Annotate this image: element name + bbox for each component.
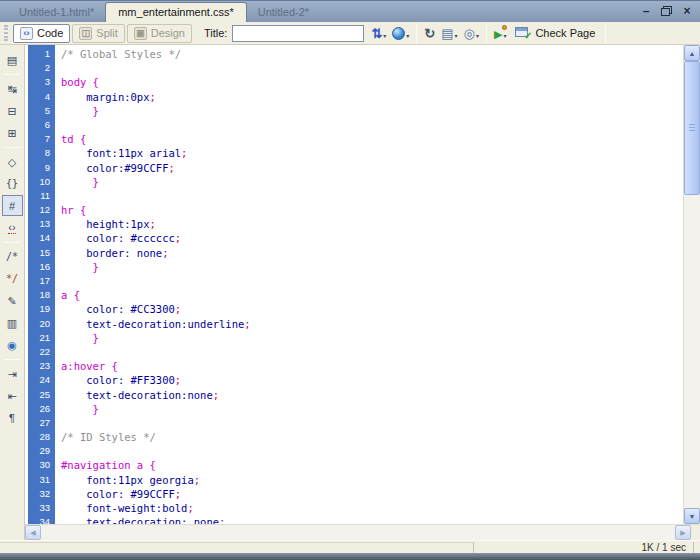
- line-number[interactable]: 9: [28, 161, 55, 175]
- split-view-button[interactable]: ◫ Split: [72, 24, 124, 43]
- line-text[interactable]: color: #CC3300;: [55, 302, 181, 316]
- restore-icon[interactable]: [661, 6, 672, 16]
- line-text[interactable]: #navigation a {: [55, 458, 156, 472]
- vertical-scroll-thumb[interactable]: [684, 61, 700, 195]
- collapse-selection-button[interactable]: ⊟: [2, 100, 23, 121]
- line-text[interactable]: td {: [55, 132, 86, 146]
- close-icon[interactable]: ×: [681, 4, 693, 18]
- line-text[interactable]: height:1px;: [55, 217, 156, 231]
- line-number[interactable]: 10: [28, 175, 55, 189]
- line-number[interactable]: 11: [28, 189, 55, 203]
- line-text[interactable]: color: #99CCFF;: [55, 487, 181, 501]
- design-view-button[interactable]: ▣ Design: [127, 24, 192, 43]
- outdent-code-button[interactable]: ⇤: [2, 385, 23, 406]
- line-number[interactable]: 18: [28, 288, 55, 302]
- line-number[interactable]: 16: [28, 260, 55, 274]
- line-number[interactable]: 15: [28, 246, 55, 260]
- vertical-scrollbar[interactable]: ▲ ▼: [683, 45, 700, 524]
- line-number[interactable]: 31: [28, 473, 55, 487]
- format-source-code-button[interactable]: ¶: [2, 407, 23, 428]
- line-number[interactable]: 24: [28, 373, 55, 387]
- line-text[interactable]: color: #cccccc;: [55, 231, 181, 245]
- title-input[interactable]: [232, 25, 364, 42]
- highlight-invalid-code-button[interactable]: ‹›: [2, 217, 23, 238]
- line-number[interactable]: 23: [28, 359, 55, 373]
- line-number[interactable]: 32: [28, 487, 55, 501]
- line-number[interactable]: 2: [28, 61, 55, 75]
- line-number[interactable]: 21: [28, 331, 55, 345]
- line-number[interactable]: 12: [28, 203, 55, 217]
- line-text[interactable]: a:hover {: [55, 359, 118, 373]
- line-text[interactable]: /* Global Styles */: [55, 47, 181, 61]
- visual-aids-button[interactable]: ◎ ▾: [461, 23, 482, 43]
- line-text[interactable]: font:11px arial;: [55, 146, 187, 160]
- expand-all-button[interactable]: ⊞: [2, 122, 23, 143]
- line-number[interactable]: 29: [28, 444, 55, 458]
- balance-braces-button[interactable]: {}: [2, 173, 23, 194]
- tab-mm-entertainment-css[interactable]: mm_entertainment.css*: [105, 2, 247, 22]
- line-number[interactable]: 7: [28, 132, 55, 146]
- line-text[interactable]: text-decoration:underline;: [55, 317, 251, 331]
- line-text[interactable]: }: [55, 402, 99, 416]
- line-number[interactable]: 6: [28, 118, 55, 132]
- line-number[interactable]: 22: [28, 345, 55, 359]
- horizontal-scroll-track[interactable]: [41, 525, 675, 540]
- line-text[interactable]: body {: [55, 75, 99, 89]
- move-convert-css-button[interactable]: ◉: [2, 334, 23, 355]
- tab-untitled-2[interactable]: Untitled-2*: [247, 3, 320, 22]
- scroll-up-icon[interactable]: ▲: [684, 45, 700, 61]
- line-numbers-button[interactable]: #: [2, 195, 23, 216]
- remove-comment-button[interactable]: */: [2, 268, 23, 289]
- line-text[interactable]: font:11px georgia;: [55, 473, 200, 487]
- line-text[interactable]: }: [55, 175, 99, 189]
- line-text[interactable]: }: [55, 104, 99, 118]
- view-options-button[interactable]: ▤ ▾: [438, 23, 460, 43]
- line-number[interactable]: 33: [28, 501, 55, 515]
- line-number[interactable]: 25: [28, 388, 55, 402]
- line-number[interactable]: 5: [28, 104, 55, 118]
- line-text[interactable]: }: [55, 260, 99, 274]
- vertical-scroll-track[interactable]: [684, 61, 700, 508]
- line-text[interactable]: [55, 118, 61, 132]
- line-number[interactable]: 27: [28, 416, 55, 430]
- wrap-tag-button[interactable]: ✎: [2, 290, 23, 311]
- line-text[interactable]: font-weight:bold;: [55, 501, 194, 515]
- line-text[interactable]: border: none;: [55, 246, 168, 260]
- validate-markup-button[interactable]: ▶ ▾: [491, 23, 509, 43]
- recent-snippets-button[interactable]: ▥: [2, 312, 23, 333]
- code-view-button[interactable]: ‹› Code: [13, 24, 70, 43]
- line-number[interactable]: 20: [28, 317, 55, 331]
- line-number[interactable]: 19: [28, 302, 55, 316]
- select-parent-tag-button[interactable]: ◇: [2, 151, 23, 172]
- line-number[interactable]: 34: [28, 515, 55, 524]
- check-page-button[interactable]: ✓ Check Page: [509, 23, 601, 43]
- open-documents-button[interactable]: ▤: [2, 49, 23, 70]
- line-text[interactable]: color: #FF3300;: [55, 373, 181, 387]
- line-text[interactable]: [55, 189, 61, 203]
- refresh-button[interactable]: ↻: [421, 23, 438, 43]
- line-text[interactable]: /* ID Styles */: [55, 430, 156, 444]
- line-text[interactable]: [55, 345, 61, 359]
- line-number[interactable]: 8: [28, 146, 55, 160]
- line-text[interactable]: margin:0px;: [55, 90, 156, 104]
- collapse-full-tag-button[interactable]: ↹: [2, 78, 23, 99]
- preview-in-browser-button[interactable]: ▾: [389, 23, 412, 43]
- scroll-left-icon[interactable]: ◀: [25, 525, 41, 540]
- minimize-icon[interactable]: –: [640, 4, 652, 18]
- line-number[interactable]: 13: [28, 217, 55, 231]
- indent-code-button[interactable]: ⇥: [2, 363, 23, 384]
- horizontal-scrollbar[interactable]: ◀ ▶: [25, 524, 700, 540]
- toolbar-grip[interactable]: [4, 25, 8, 41]
- line-text[interactable]: [55, 61, 61, 75]
- line-text[interactable]: [55, 274, 61, 288]
- line-number[interactable]: 30: [28, 458, 55, 472]
- tab-untitled-1[interactable]: Untitled-1.html*: [8, 3, 105, 22]
- line-text[interactable]: }: [55, 331, 99, 345]
- line-text[interactable]: text-decoration: none;: [55, 515, 225, 524]
- apply-comment-button[interactable]: /*: [2, 246, 23, 267]
- line-text[interactable]: a {: [55, 288, 80, 302]
- line-number[interactable]: 28: [28, 430, 55, 444]
- line-number[interactable]: 1: [28, 47, 55, 61]
- line-text[interactable]: hr {: [55, 203, 86, 217]
- line-text[interactable]: text-decoration:none;: [55, 388, 219, 402]
